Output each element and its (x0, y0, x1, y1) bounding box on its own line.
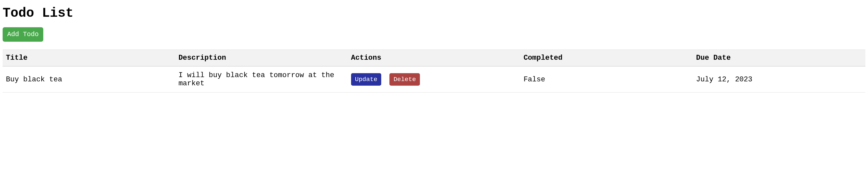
header-completed: Completed (520, 50, 693, 66)
header-description: Description (175, 50, 347, 66)
cell-completed: False (520, 66, 693, 92)
cell-due-date: July 12, 2023 (693, 66, 865, 92)
page-title: Todo List (3, 6, 865, 21)
update-button[interactable]: Update (351, 73, 381, 86)
cell-description: I will buy black tea tomorrow at the mar… (175, 66, 347, 92)
add-todo-button[interactable]: Add Todo (3, 27, 43, 42)
todo-table: Title Description Actions Completed Due … (3, 50, 865, 92)
todo-page: Todo List Add Todo Title Description Act… (3, 6, 865, 92)
table-row: Buy black tea I will buy black tea tomor… (3, 66, 865, 92)
cell-actions: Update Delete (348, 66, 520, 92)
delete-button[interactable]: Delete (390, 73, 420, 86)
action-buttons: Update Delete (351, 73, 517, 86)
header-actions: Actions (348, 50, 520, 66)
header-title: Title (3, 50, 175, 66)
table-header-row: Title Description Actions Completed Due … (3, 50, 865, 66)
toolbar: Add Todo (3, 27, 865, 42)
header-due-date: Due Date (693, 50, 865, 66)
cell-title: Buy black tea (3, 66, 175, 92)
